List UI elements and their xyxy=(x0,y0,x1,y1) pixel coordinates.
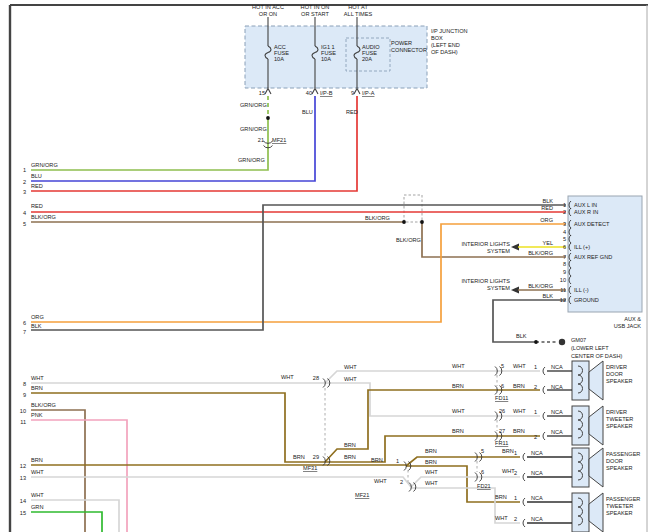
wire-blk-ground-a xyxy=(493,300,566,342)
conn-mf31[interactable]: MF31 xyxy=(303,465,317,471)
aux-w2: RED xyxy=(541,205,553,211)
ip-pin9-terminal-icon xyxy=(354,89,360,95)
wire-brn-mf21b: BRN xyxy=(425,448,437,454)
aux-pin-8: 8 xyxy=(563,261,566,267)
feed-ign-2: OR START xyxy=(301,11,329,17)
spk-dt-1: DRIVER xyxy=(606,409,627,415)
terminal-bracket-icon xyxy=(543,367,545,375)
conn-fr11[interactable]: FR11 xyxy=(495,440,508,446)
speaker-icons xyxy=(572,361,603,532)
feed-acc-2: OR ON xyxy=(259,11,277,17)
gm07-loc-1: (LOWER LEFT xyxy=(571,345,609,351)
wire-wht-fr11a: WHT xyxy=(452,408,465,414)
ground-gm07-icon xyxy=(559,339,565,345)
wiring-diagram-page: HOT IN ACCOR ONHOT IN ONOR STARTHOT ATAL… xyxy=(0,0,650,532)
row2-color: BLU xyxy=(31,173,42,179)
row13-color: WHT xyxy=(31,469,44,475)
junction-dot xyxy=(402,220,406,224)
inline-harness-connector-box xyxy=(404,195,422,222)
wire-yel: YEL xyxy=(542,240,553,246)
wire-blkorg-4: BLK/ORG xyxy=(528,250,553,256)
aux-fn-12: GROUND xyxy=(574,297,599,303)
wire-brn-mf21c: BRN xyxy=(425,459,437,465)
ip-pin40-terminal-icon xyxy=(312,89,318,95)
power-connector-1: POWER xyxy=(391,40,412,46)
wire-grnorg-3: GRN/ORG xyxy=(238,157,265,163)
pd-pin2: 2 xyxy=(514,470,517,476)
feed-batt-1: HOT AT xyxy=(348,4,368,10)
wire-wht-row13 xyxy=(31,477,411,487)
spk-pd-1: PASSENGER xyxy=(606,451,640,457)
wire-red-1: RED xyxy=(346,109,358,115)
wire-blu-1: BLU xyxy=(302,109,313,115)
wire-grnorg-1: GRN/ORG xyxy=(240,102,267,108)
terminal-bracket-icon xyxy=(523,498,525,506)
passenger-door-speaker-icon xyxy=(572,448,603,487)
wire-brn-mf21a: BRN xyxy=(371,457,383,463)
mf21-pin2: 2 xyxy=(400,479,403,485)
mf31-pin29: 29 xyxy=(313,454,319,460)
dd-pin2: 2 xyxy=(534,384,537,390)
pd-nca2: NCA xyxy=(531,470,543,476)
row1-color: GRN/ORG xyxy=(31,162,58,168)
row5-num: 5 xyxy=(23,221,26,227)
row12-num: 12 xyxy=(20,463,26,469)
wire-wht-a: WHT xyxy=(344,364,357,370)
conn-fd21[interactable]: FD21 xyxy=(477,483,491,489)
terminal-bracket-icon xyxy=(523,519,525,527)
dd-pin1: 1 xyxy=(534,364,537,370)
conn-mf21[interactable]: MF21 xyxy=(355,492,369,498)
terminal-bracket-icon xyxy=(543,386,545,394)
wire-blkorg-5: BLK/ORG xyxy=(528,283,553,289)
wire-pnk-row11 xyxy=(31,420,127,532)
aux-pin-2: 2 xyxy=(563,209,566,215)
row13-num: 13 xyxy=(20,475,26,481)
wires-layer xyxy=(31,96,572,532)
wire-wht-mf21a: WHT xyxy=(374,478,387,484)
row14-color: WHT xyxy=(31,492,44,498)
driver-tweeter-speaker-icon xyxy=(572,406,603,445)
feed-acc-1: HOT IN ACC xyxy=(252,4,284,10)
spk-dt-3: SPEAKER xyxy=(606,423,632,429)
wire-wht-fr11b: WHT xyxy=(513,408,526,414)
fd21-pin6: 6 xyxy=(481,469,484,475)
wire-brn-fr11a: BRN xyxy=(452,428,464,434)
aux-pin-9: 9 xyxy=(563,269,566,275)
ip-junction-2: BOX xyxy=(431,35,443,41)
interior-lights-1a: INTERIOR LIGHTS xyxy=(462,241,511,247)
aux-pin-4: 4 xyxy=(563,229,566,235)
wire-blk-gnd-pin: BLK xyxy=(542,293,553,299)
aux-w3: ORG xyxy=(540,217,553,223)
aux-pin-10: 10 xyxy=(560,277,566,283)
fd21-pin5: 5 xyxy=(481,448,484,454)
conn-mf21-top[interactable]: MF21 xyxy=(272,137,286,143)
wire-brn-fr11b: BRN xyxy=(513,428,525,434)
wire-grn-row15 xyxy=(31,512,102,532)
mf21-pin1: 1 xyxy=(396,458,399,464)
terminal-bracket-icon xyxy=(523,453,525,461)
aux-fn-11: ILL (-) xyxy=(574,287,589,293)
fr11-pin27: 27 xyxy=(499,428,505,434)
dt-pin1: 1 xyxy=(534,409,537,415)
wire-wht-pt: WHT xyxy=(495,515,508,521)
conn-ipa[interactable]: I/P-A xyxy=(362,90,375,96)
aux-fn-3: AUX DETECT xyxy=(574,221,610,227)
row6-num: 6 xyxy=(23,320,26,326)
dt-nca1: NCA xyxy=(551,409,563,415)
dd-nca1: NCA xyxy=(551,364,563,370)
spk-dd-1: DRIVER xyxy=(606,364,627,370)
conn-fd11[interactable]: FD11 xyxy=(495,395,508,401)
wire-grnorg-2: GRN/ORG xyxy=(240,126,267,132)
row3-num: 3 xyxy=(23,189,26,195)
row8-color: WHT xyxy=(31,375,44,381)
row2-num: 2 xyxy=(23,179,26,185)
interior-lights-arrow-2-icon xyxy=(511,287,519,294)
ip-pin-15: 15 xyxy=(259,90,265,96)
fuse-audio-rating: 20A xyxy=(362,56,372,62)
row6-color: ORG xyxy=(31,314,44,320)
ip-pin-40: 40 xyxy=(306,90,312,96)
aux-pin-11: 11 xyxy=(560,287,566,293)
dd-nca2: NCA xyxy=(551,384,563,390)
conn-ipb[interactable]: I/P-B xyxy=(320,90,333,96)
mf31-pin28: 28 xyxy=(313,375,319,381)
